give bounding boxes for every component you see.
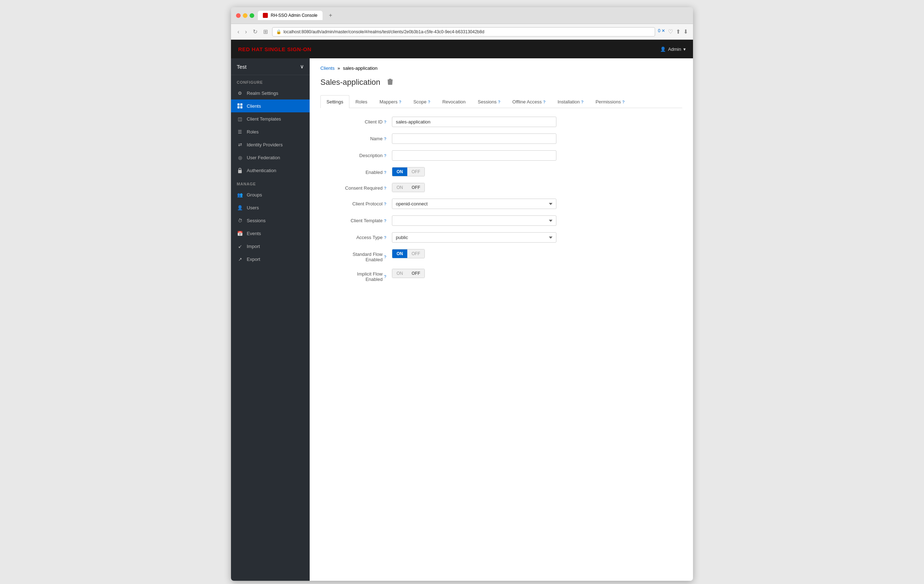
- client-template-help-icon[interactable]: ?: [384, 218, 386, 223]
- minimize-window-button[interactable]: [243, 13, 248, 18]
- tab-revocation[interactable]: Revocation: [436, 95, 472, 108]
- client-template-select[interactable]: [392, 215, 556, 226]
- user-icon: 👤: [660, 46, 666, 52]
- implicit-flow-toggle-control[interactable]: ON OFF: [392, 269, 425, 278]
- badge-icon: 0 ✕: [658, 28, 665, 35]
- tab-permissions[interactable]: Permissions ?: [589, 95, 630, 108]
- standard-flow-toggle[interactable]: ON OFF: [392, 249, 425, 258]
- sidebar-item-authentication[interactable]: Authentication: [231, 164, 310, 177]
- url-bar[interactable]: 🔒 localhost:8080/auth/admin/master/conso…: [272, 27, 655, 36]
- tab-offline-access-help[interactable]: ?: [543, 100, 545, 104]
- tab-roles[interactable]: Roles: [349, 95, 373, 108]
- enabled-toggle-control[interactable]: ON OFF: [392, 167, 425, 176]
- svg-rect-2: [238, 106, 239, 108]
- tab-sessions[interactable]: Sessions ?: [472, 95, 507, 108]
- export-icon: ↗: [237, 256, 243, 262]
- name-help-icon[interactable]: ?: [384, 137, 386, 141]
- tab-mappers[interactable]: Mappers ?: [373, 95, 407, 108]
- standard-flow-toggle-control[interactable]: ON OFF: [392, 249, 425, 258]
- download-icon[interactable]: ⬇: [683, 28, 688, 35]
- implicit-flow-toggle[interactable]: ON OFF: [392, 269, 425, 278]
- nav-actions: 0 ✕ ♡ ⬆ ⬇: [658, 28, 688, 35]
- realm-name: Test: [237, 64, 247, 70]
- sidebar-item-roles[interactable]: ☰ Roles: [231, 125, 310, 138]
- standard-flow-label: Standard FlowEnabled ?: [320, 249, 392, 262]
- implicit-flow-label: Implicit FlowEnabled ?: [320, 269, 392, 282]
- sidebar-item-label: Export: [247, 256, 260, 262]
- grid-button[interactable]: ⊞: [262, 27, 269, 36]
- standard-flow-help-icon[interactable]: ?: [384, 255, 386, 259]
- new-tab-button[interactable]: +: [326, 11, 335, 20]
- consent-toggle-control[interactable]: ON OFF: [392, 183, 425, 192]
- sidebar-item-client-templates[interactable]: ◫ Client Templates: [231, 112, 310, 125]
- standard-flow-on-label: ON: [392, 250, 407, 258]
- user-menu[interactable]: 👤 Admin ▾: [660, 46, 686, 52]
- implicit-flow-help-icon[interactable]: ?: [384, 275, 386, 279]
- tab-offline-access-label: Offline Access: [512, 99, 542, 104]
- client-id-field-group: Client ID ?: [320, 117, 682, 127]
- forward-button[interactable]: ›: [244, 27, 248, 36]
- refresh-button[interactable]: ↻: [251, 27, 259, 36]
- maximize-window-button[interactable]: [249, 13, 254, 18]
- authentication-icon: [237, 167, 243, 174]
- sidebar-item-users[interactable]: 👤 Users: [231, 201, 310, 214]
- close-window-button[interactable]: [236, 13, 241, 18]
- tab-sessions-help[interactable]: ?: [498, 100, 500, 104]
- tab-offline-access[interactable]: Offline Access ?: [507, 95, 551, 108]
- sidebar-item-import[interactable]: ↙ Import: [231, 240, 310, 253]
- manage-section-label: Manage: [231, 177, 310, 188]
- description-label: Description ?: [320, 150, 392, 158]
- consent-required-help-icon[interactable]: ?: [384, 186, 386, 190]
- tab-settings[interactable]: Settings: [320, 95, 349, 108]
- standard-flow-field-group: Standard FlowEnabled ? ON OFF: [320, 249, 682, 262]
- sidebar-item-label: Events: [247, 231, 261, 236]
- enabled-label: Enabled ?: [320, 167, 392, 175]
- sidebar-item-realm-settings[interactable]: ⚙ Realm Settings: [231, 87, 310, 99]
- tab-installation[interactable]: Installation ?: [551, 95, 589, 108]
- enabled-help-icon[interactable]: ?: [384, 170, 386, 175]
- name-field-group: Name ?: [320, 134, 682, 144]
- sidebar-item-identity-providers[interactable]: ⇄ Identity Providers: [231, 138, 310, 151]
- back-button[interactable]: ‹: [236, 27, 241, 36]
- tab-permissions-label: Permissions: [596, 99, 621, 104]
- sidebar-item-clients[interactable]: Clients: [231, 99, 310, 112]
- bookmark-icon[interactable]: ♡: [668, 28, 673, 35]
- tab-permissions-help[interactable]: ?: [622, 100, 624, 104]
- client-protocol-help-icon[interactable]: ?: [384, 202, 386, 206]
- client-protocol-field-group: Client Protocol ? openid-connect saml: [320, 199, 682, 209]
- window-controls: [236, 13, 254, 18]
- breadcrumb-clients-link[interactable]: Clients: [320, 66, 335, 71]
- users-icon: 👤: [237, 204, 243, 211]
- sidebar-item-export[interactable]: ↗ Export: [231, 253, 310, 266]
- enabled-toggle[interactable]: ON OFF: [392, 167, 425, 176]
- client-id-input[interactable]: [392, 117, 556, 127]
- sidebar-item-label: Groups: [247, 192, 262, 197]
- share-icon[interactable]: ⬆: [676, 28, 680, 35]
- access-type-select[interactable]: public confidential bearer-only: [392, 232, 556, 243]
- sidebar-item-user-federation[interactable]: ◎ User Federation: [231, 151, 310, 164]
- tab-scope-help[interactable]: ?: [428, 100, 430, 104]
- client-protocol-select[interactable]: openid-connect saml: [392, 199, 556, 209]
- delete-button[interactable]: [386, 76, 395, 88]
- sidebar-item-groups[interactable]: 👥 Groups: [231, 188, 310, 201]
- tab-installation-help[interactable]: ?: [581, 100, 583, 104]
- tab-scope[interactable]: Scope ?: [407, 95, 436, 108]
- name-input[interactable]: [392, 134, 556, 144]
- client-templates-icon: ◫: [237, 116, 243, 122]
- client-id-help-icon[interactable]: ?: [384, 120, 386, 124]
- sidebar-item-label: Sessions: [247, 218, 266, 223]
- description-help-icon[interactable]: ?: [384, 154, 386, 158]
- description-input[interactable]: [392, 150, 556, 160]
- access-type-help-icon[interactable]: ?: [384, 235, 386, 240]
- enabled-on-label: ON: [392, 167, 407, 176]
- sidebar-item-sessions[interactable]: ⏱ Sessions: [231, 214, 310, 227]
- browser-tab[interactable]: RH-SSO Admin Console: [258, 11, 323, 20]
- tab-mappers-help[interactable]: ?: [399, 100, 401, 104]
- realm-selector[interactable]: Test ∨: [231, 58, 310, 75]
- sidebar-item-events[interactable]: 📅 Events: [231, 227, 310, 240]
- tab-roles-label: Roles: [355, 99, 367, 104]
- app-header: RED HAT SINGLE SIGN-ON 👤 Admin ▾: [231, 40, 693, 58]
- url-text: localhost:8080/auth/admin/master/console…: [284, 29, 651, 34]
- consent-required-toggle[interactable]: ON OFF: [392, 183, 425, 192]
- app-body: Test ∨ Configure ⚙ Realm Settings Client…: [231, 58, 693, 581]
